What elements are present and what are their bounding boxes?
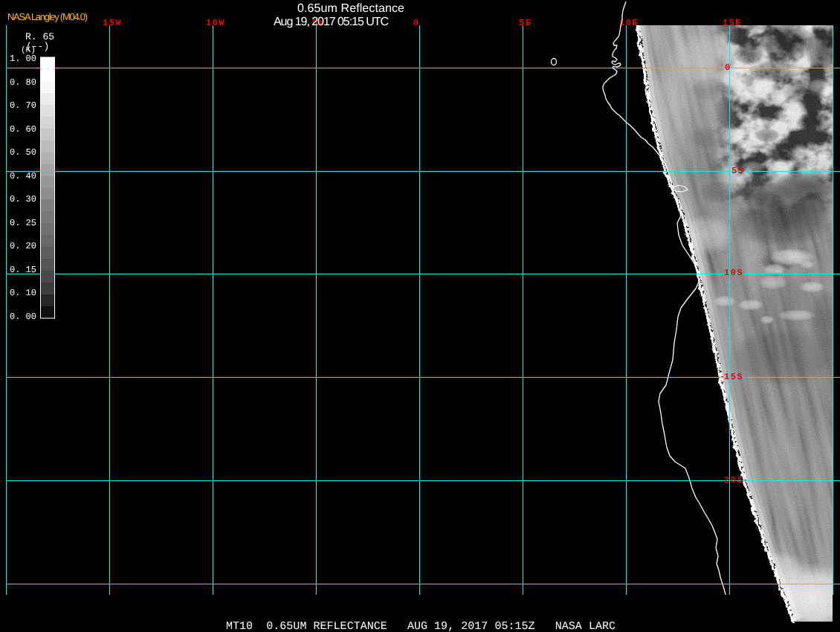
svg-text:0: 0 (725, 62, 731, 73)
svg-text:NASA Langley (M04.0): NASA Langley (M04.0) (7, 11, 88, 22)
svg-text:20S: 20S (724, 475, 743, 486)
svg-text:0. 15: 0. 15 (10, 265, 36, 275)
svg-text:0. 10: 0. 10 (10, 288, 36, 298)
svg-text:0. 60: 0. 60 (10, 124, 36, 135)
svg-text:Aug 19, 2017 05:15 UTC: Aug 19, 2017 05:15 UTC (274, 16, 389, 28)
svg-text:MT10 0.65UM REFLECTANCE AUG: MT10 0.65UM REFLECTANCE AUG 19, 2017 05:… (226, 620, 616, 632)
svg-text:0. 50: 0. 50 (10, 147, 36, 158)
svg-text:0.65um Reflectance: 0.65um Reflectance (297, 2, 404, 15)
svg-text:1. 00: 1. 00 (10, 54, 36, 64)
svg-text:0. 20: 0. 20 (10, 241, 36, 251)
svg-text:15W: 15W (103, 18, 122, 28)
svg-text:(--): (--) (26, 41, 49, 52)
svg-text:0. 70: 0. 70 (10, 100, 36, 111)
svg-text:5E: 5E (519, 18, 532, 28)
svg-text:0. 25: 0. 25 (10, 218, 36, 228)
svg-text:10S: 10S (724, 268, 743, 278)
svg-text:15E: 15E (723, 18, 742, 28)
svg-text:0. 40: 0. 40 (10, 171, 36, 181)
svg-text:0. 80: 0. 80 (10, 77, 36, 88)
svg-text:0. 00: 0. 00 (10, 312, 36, 322)
svg-text:5S: 5S (731, 166, 744, 176)
svg-text:15S: 15S (724, 372, 743, 382)
svg-text:0. 30: 0. 30 (10, 194, 36, 204)
svg-text:0: 0 (413, 18, 420, 28)
svg-text:10W: 10W (206, 18, 225, 28)
